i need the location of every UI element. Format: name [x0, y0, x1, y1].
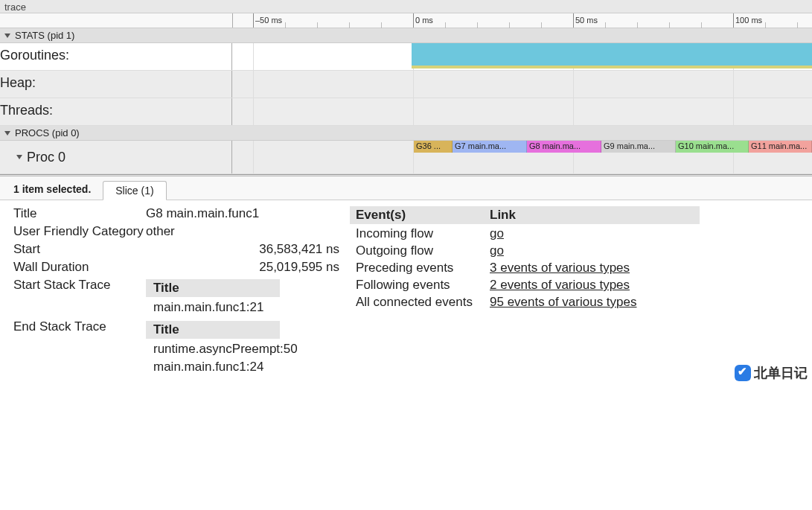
watermark: 北单日记	[735, 364, 808, 382]
field-start-value: 36,583,421 ns	[146, 242, 342, 257]
time-ruler[interactable]: –50 ms0 ms50 ms100 ms	[0, 13, 812, 28]
event-row: Preceding events3 events of various type…	[350, 261, 700, 275]
proc-slice[interactable]: G9 main.ma...	[601, 141, 676, 153]
stack-frame: main.main.func1:21	[146, 299, 342, 316]
ruler-minor-tick	[797, 22, 798, 28]
event-name: Following events	[350, 278, 484, 293]
ruler-tick: 50 ms	[573, 13, 598, 28]
event-link[interactable]: go	[490, 226, 504, 240]
section-procs[interactable]: PROCS (pid 0)	[0, 126, 812, 141]
event-link[interactable]: 2 events of various types	[490, 278, 630, 292]
ruler-tick: 0 ms	[413, 13, 433, 28]
ruler-minor-tick	[765, 22, 766, 28]
event-row: All connected events95 events of various…	[350, 295, 700, 310]
track-goroutines-label: Goroutines:	[0, 43, 232, 70]
goroutines-base-area[interactable]	[412, 66, 812, 68]
tab-slice[interactable]: Slice (1)	[103, 181, 166, 200]
field-start-label: Start	[13, 242, 146, 257]
ruler-minor-tick	[701, 22, 702, 28]
endstack-head: Title	[146, 321, 280, 339]
endstack-frames: runtime.asyncPreempt:50main.main.func1:2…	[146, 340, 342, 376]
field-title-label: Title	[13, 206, 146, 221]
selection-count: 1 item selected.	[13, 183, 91, 200]
ruler-minor-tick	[541, 22, 542, 28]
event-name: Incoming flow	[350, 226, 484, 241]
track-threads: Threads:	[0, 98, 812, 126]
stack-frame: runtime.asyncPreempt:50	[146, 340, 342, 358]
event-name: All connected events	[350, 295, 484, 310]
field-category-value: other	[146, 224, 342, 239]
chevron-down-icon	[16, 155, 22, 159]
ruler-minor-tick	[445, 22, 446, 28]
trace-title: trace	[4, 1, 26, 13]
events-header: Event(s) Link	[350, 206, 700, 224]
selection-tabbar: 1 item selected. Slice (1)	[0, 176, 812, 200]
field-duration-value: 25,019,595 ns	[146, 260, 342, 275]
ruler-minor-tick	[477, 22, 478, 28]
event-row: Outgoing flowgo	[350, 243, 700, 258]
lane-goroutines[interactable]	[232, 43, 812, 70]
details-pane: Title G8 main.main.func1 User Friendly C…	[0, 200, 812, 386]
track-heap-label: Heap:	[0, 71, 232, 98]
ruler-minor-tick	[381, 22, 382, 28]
ruler-minor-tick	[605, 22, 606, 28]
watermark-badge-icon	[735, 365, 751, 381]
trace-header: trace	[0, 0, 812, 13]
track-threads-label: Threads:	[0, 98, 232, 125]
ruler-tick: 100 ms	[733, 13, 762, 28]
event-row: Following events2 events of various type…	[350, 278, 700, 293]
proc-slice[interactable]: G8 main.ma...	[527, 141, 601, 153]
ruler-tick: –50 ms	[253, 13, 282, 28]
goroutines-count-area[interactable]	[412, 43, 812, 66]
event-row: Incoming flowgo	[350, 226, 700, 241]
ruler-minor-tick	[349, 22, 350, 28]
section-stats[interactable]: STATS (pid 1)	[0, 28, 812, 43]
section-stats-label: STATS (pid 1)	[15, 30, 74, 41]
event-link[interactable]: 95 events of various types	[490, 295, 637, 309]
startstack-frames: main.main.func1:21	[146, 299, 342, 316]
lane-proc0[interactable]: G36 ...G7 main.ma...G8 main.ma...G9 main…	[232, 141, 812, 173]
lane-threads[interactable]	[232, 98, 812, 125]
event-name: Outgoing flow	[350, 243, 484, 258]
field-category-label: User Friendly Category	[13, 224, 146, 239]
ruler-minor-tick	[317, 22, 318, 28]
event-link[interactable]: go	[490, 243, 504, 258]
ruler-minor-tick	[509, 22, 510, 28]
field-duration-label: Wall Duration	[13, 260, 146, 275]
field-endstack-label: End Stack Trace	[13, 319, 146, 376]
section-procs-label: PROCS (pid 0)	[15, 127, 80, 138]
proc-slice[interactable]: G10 main.ma...	[676, 141, 749, 153]
chevron-down-icon	[4, 131, 10, 136]
track-goroutines: Goroutines:	[0, 43, 812, 71]
field-startstack-label: Start Stack Trace	[13, 278, 146, 316]
ruler-minor-tick	[285, 22, 286, 28]
proc-slice[interactable]: G7 main.ma...	[453, 141, 527, 153]
track-proc0-label[interactable]: Proc 0	[0, 141, 232, 173]
chevron-down-icon	[4, 34, 10, 38]
ruler-minor-tick	[669, 22, 670, 28]
track-proc0: Proc 0 G36 ...G7 main.ma...G8 main.ma...…	[0, 141, 812, 174]
field-title-value: G8 main.main.func1	[146, 206, 342, 221]
proc-slice[interactable]: G36 ...	[414, 141, 453, 153]
ruler-minor-tick	[637, 22, 638, 28]
stack-frame: main.main.func1:24	[146, 358, 342, 376]
event-link[interactable]: 3 events of various types	[490, 261, 630, 275]
track-heap: Heap:	[0, 71, 812, 98]
event-name: Preceding events	[350, 261, 484, 275]
lane-heap[interactable]	[232, 71, 812, 98]
startstack-head: Title	[146, 279, 280, 297]
proc-slice[interactable]: G11 main.ma...	[749, 141, 812, 153]
